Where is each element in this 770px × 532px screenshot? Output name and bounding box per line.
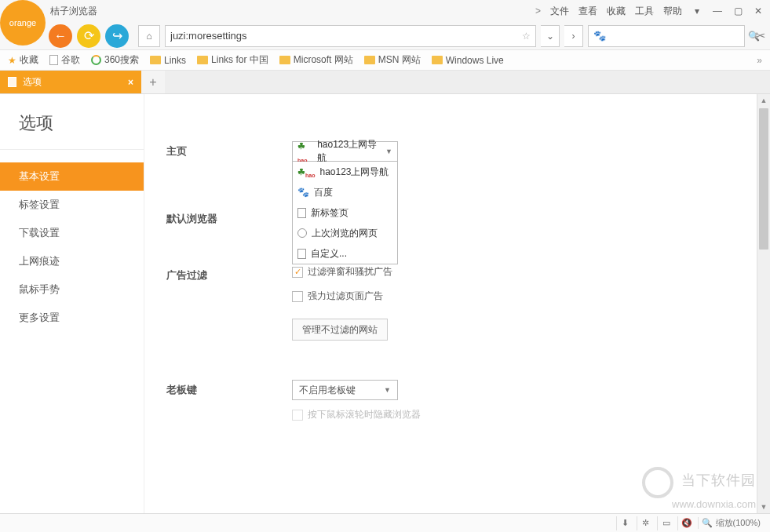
search-box[interactable]: 🐾 🔍 <box>588 25 745 47</box>
zoom-value: 缩放(100%) <box>716 518 761 527</box>
scrollbar-up[interactable]: ▲ <box>757 94 770 107</box>
reload-button[interactable]: ⟳ <box>77 24 100 48</box>
menu-bar: > 文件 查看 收藏 工具 帮助 ▾ — ▢ ✕ <box>0 0 770 22</box>
bookmark-label: 360搜索 <box>104 53 139 67</box>
menu-view[interactable]: 查看 <box>578 5 597 18</box>
adblock-strong-checkbox[interactable]: 强力过滤页面广告 <box>292 290 748 303</box>
baidu-icon: 🐾 <box>297 187 309 198</box>
setting-label: 默认浏览器 <box>166 209 292 226</box>
dropdown-option-baidu[interactable]: 🐾百度 <box>293 182 397 202</box>
forward-button[interactable]: ↪ <box>105 24 129 48</box>
sidebar-item-history[interactable]: 上网痕迹 <box>0 247 144 275</box>
checkbox-icon: ✓ <box>292 267 303 278</box>
option-label: hao123上网导航 <box>319 166 389 179</box>
dropdown-option-last[interactable]: 上次浏览的网页 <box>293 223 397 243</box>
setting-homepage: 主页 hao hao123上网导航 ▼ haohao123上网导航 🐾百度 新标… <box>166 141 748 162</box>
folder-icon <box>364 56 375 64</box>
sidebar-item-more[interactable]: 更多设置 <box>0 304 144 332</box>
setting-default-browser: 默认浏览器 。 <box>166 209 748 226</box>
search-input[interactable] <box>611 30 743 42</box>
bookmark-label: Links <box>164 55 186 66</box>
checkbox-icon <box>292 410 303 421</box>
bosskey-select[interactable]: 不启用老板键 ▼ <box>292 380 398 400</box>
folder-icon <box>279 56 290 64</box>
zoom-label[interactable]: 🔍 缩放(100%) <box>698 517 764 529</box>
sidebar-item-basic[interactable]: 基本设置 <box>0 162 144 191</box>
bookmark-item[interactable]: Links <box>150 55 186 66</box>
bookmark-item[interactable]: Windows Live <box>432 55 504 66</box>
bookmark-item[interactable]: Microsoft 网站 <box>279 53 353 67</box>
tray-icon[interactable]: ▾ <box>692 5 702 16</box>
status-download-icon[interactable]: ⬇ <box>616 516 633 530</box>
home-button[interactable]: ⌂ <box>138 25 160 47</box>
clock-icon <box>297 228 307 238</box>
hao123-icon: hao <box>297 166 315 177</box>
bookmark-label: 收藏 <box>20 53 38 67</box>
chevron-down-icon: ▼ <box>384 386 391 394</box>
page-content: 选项 基本设置 标签设置 下载设置 上网痕迹 鼠标手势 更多设置 主页 hao … <box>0 94 770 513</box>
bookmark-overflow[interactable]: » <box>757 55 762 66</box>
status-mute-icon[interactable]: 🔇 <box>677 516 695 530</box>
dropdown-selected: hao123上网导航 <box>317 138 382 165</box>
bookmark-label: 谷歌 <box>61 53 80 67</box>
menu-fav[interactable]: 收藏 <box>607 5 626 18</box>
url-go[interactable]: › <box>564 25 583 47</box>
url-bar[interactable]: ☆ <box>165 25 536 47</box>
homepage-dropdown[interactable]: hao hao123上网导航 ▼ haohao123上网导航 🐾百度 新标签页 … <box>292 141 398 162</box>
sidebar-item-download[interactable]: 下载设置 <box>0 219 144 247</box>
adblock-manage-button[interactable]: 管理不过滤的网站 <box>292 319 388 341</box>
bookmarks-bar: ★ 收藏 谷歌 360搜索 Links Links for 中国 Microso… <box>0 50 770 71</box>
bookmark-label: Links for 中国 <box>211 53 268 67</box>
search-engine-icon[interactable]: 🐾 <box>593 30 606 42</box>
sidebar-item-tabs[interactable]: 标签设置 <box>0 191 144 219</box>
tab-options[interactable]: 选项 × <box>0 71 141 93</box>
status-monitor-icon[interactable]: ▭ <box>657 516 674 530</box>
bookmark-item[interactable]: Links for 中国 <box>197 53 268 67</box>
dropdown-option-custom[interactable]: 自定义... <box>293 243 397 264</box>
menu-tools[interactable]: 工具 <box>635 5 654 18</box>
settings-main: 主页 hao hao123上网导航 ▼ haohao123上网导航 🐾百度 新标… <box>144 94 770 513</box>
scrollbar-thumb[interactable] <box>759 108 768 250</box>
bookmark-item[interactable]: MSN 网站 <box>364 53 421 67</box>
screenshot-icon[interactable]: ✂ <box>750 28 770 43</box>
dropdown-button[interactable]: hao hao123上网导航 ▼ <box>292 141 398 162</box>
tab-close[interactable]: × <box>128 77 133 88</box>
window-maximize[interactable]: ▢ <box>732 5 743 16</box>
checkbox-label: 过滤弹窗和骚扰广告 <box>308 265 392 279</box>
select-value: 不启用老板键 <box>299 384 356 397</box>
dropdown-menu: haohao123上网导航 🐾百度 新标签页 上次浏览的网页 自定义... <box>292 162 398 264</box>
folder-icon <box>150 56 161 64</box>
dropdown-option-newtab[interactable]: 新标签页 <box>293 202 397 223</box>
adblock-popup-checkbox[interactable]: ✓ 过滤弹窗和骚扰广告 <box>292 265 748 279</box>
bookmark-item[interactable]: 谷歌 <box>49 53 80 67</box>
page-icon <box>297 249 306 259</box>
setting-label: 老板键 <box>166 380 292 397</box>
url-dropdown[interactable]: ⌄ <box>541 25 560 47</box>
bookmark-item[interactable]: 360搜索 <box>91 53 139 67</box>
window-close[interactable]: ✕ <box>753 5 764 16</box>
option-label: 百度 <box>314 186 333 199</box>
menu-file[interactable]: 文件 <box>550 5 569 18</box>
setting-label: 广告过滤 <box>166 265 292 282</box>
menu-help[interactable]: 帮助 <box>663 5 682 18</box>
option-label: 新标签页 <box>311 206 349 220</box>
sidebar-item-gestures[interactable]: 鼠标手势 <box>0 275 144 304</box>
bookmark-star-icon[interactable]: ☆ <box>522 31 531 42</box>
status-settings-icon[interactable]: ✲ <box>637 516 654 530</box>
bookmark-label: Windows Live <box>446 55 504 66</box>
ring-icon <box>91 55 101 65</box>
new-tab-button[interactable]: + <box>141 71 165 93</box>
checkbox-label: 强力过滤页面广告 <box>308 290 383 303</box>
dropdown-option-hao123[interactable]: haohao123上网导航 <box>293 162 397 182</box>
scrollbar-down[interactable]: ▼ <box>757 501 770 513</box>
url-input[interactable] <box>170 30 517 42</box>
page-title: 选项 <box>0 94 144 149</box>
bookmark-favorites[interactable]: ★ 收藏 <box>8 53 38 67</box>
back-button[interactable]: ← <box>49 24 72 48</box>
window-minimize[interactable]: — <box>712 5 723 16</box>
setting-bosskey: 老板键 不启用老板键 ▼ 按下鼠标滚轮时隐藏浏览器 <box>166 380 748 421</box>
scrollbar[interactable]: ▲ ▼ <box>757 94 770 513</box>
tab-title: 选项 <box>23 75 42 89</box>
menu-chevron[interactable]: > <box>535 5 541 16</box>
option-label: 上次浏览的网页 <box>312 227 378 240</box>
